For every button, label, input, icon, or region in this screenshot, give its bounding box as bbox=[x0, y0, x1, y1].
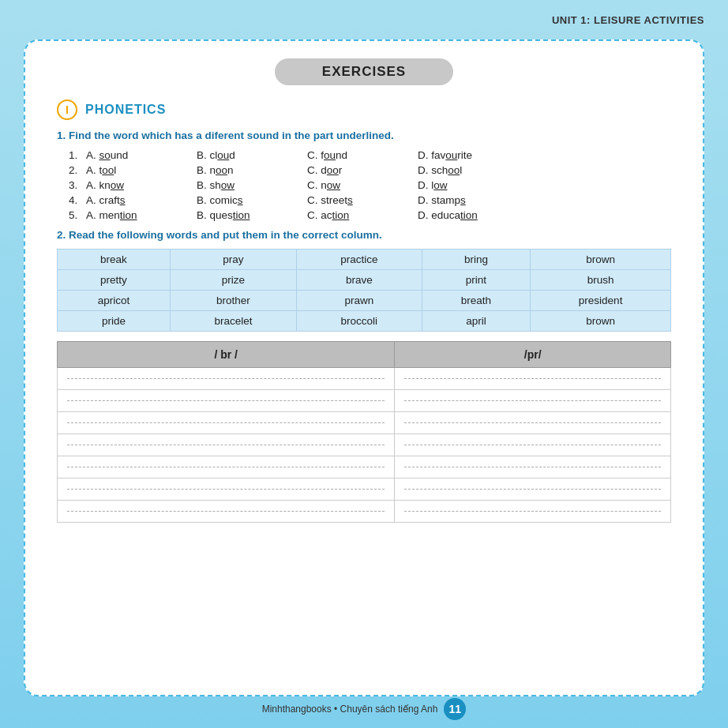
word-bank-row-3: apricot brother prawn breath president bbox=[58, 291, 671, 311]
word-bank-table: break pray practice bring brown pretty p… bbox=[57, 249, 671, 332]
page-footer: Minhthangbooks • Chuyên sách tiếng Anh 1… bbox=[0, 698, 728, 720]
phonetics-item-3: 3. A. know B. show C. now D. low bbox=[69, 179, 671, 191]
answer-row bbox=[58, 434, 671, 456]
section-header: I PHONETICS bbox=[57, 99, 671, 120]
page-number: 11 bbox=[444, 698, 466, 720]
answer-row bbox=[58, 501, 671, 523]
word-bank-cell: brown bbox=[531, 250, 671, 270]
answer-table: / br / /pr/ bbox=[57, 341, 671, 523]
section-number-circle: I bbox=[57, 99, 77, 120]
word-bank-cell: pride bbox=[58, 311, 171, 332]
phonetics-list: 1. A. sound B. cloud C. found D. favouri… bbox=[69, 149, 671, 221]
phonetics-item-1: 1. A. sound B. cloud C. found D. favouri… bbox=[69, 149, 671, 161]
section-title: PHONETICS bbox=[85, 103, 166, 117]
answer-table-header-pr: /pr/ bbox=[395, 342, 671, 368]
word-bank-row-2: pretty prize brave print brush bbox=[58, 270, 671, 291]
phonetics-item-2: 2. A. tool B. noon C. door D. school bbox=[69, 164, 671, 176]
word-bank-cell: bring bbox=[422, 250, 531, 270]
word-bank-cell: practice bbox=[297, 250, 422, 270]
word-bank-cell: apricot bbox=[58, 291, 171, 311]
unit-label: UNIT 1: LEISURE ACTIVITIES bbox=[552, 14, 704, 26]
answer-table-header-br: / br / bbox=[58, 342, 395, 368]
word-bank-cell: brown bbox=[531, 311, 671, 332]
footer-text: Minhthangbooks • Chuyên sách tiếng Anh bbox=[262, 704, 438, 715]
question2-title: 2. Read the following words and put them… bbox=[57, 229, 671, 241]
main-content-box: EXERCISES I PHONETICS 1. Find the word w… bbox=[24, 39, 704, 696]
word-bank-cell: pray bbox=[170, 250, 296, 270]
word-bank-cell: breath bbox=[422, 291, 531, 311]
word-bank-cell: print bbox=[422, 270, 531, 291]
word-bank-cell: bracelet bbox=[170, 311, 296, 332]
answer-row bbox=[58, 478, 671, 501]
word-bank-cell: april bbox=[422, 311, 531, 332]
word-bank-cell: brother bbox=[170, 291, 296, 311]
question1-title: 1. Find the word which has a diferent so… bbox=[57, 129, 671, 141]
word-bank-cell: brush bbox=[531, 270, 671, 291]
word-bank-cell: prawn bbox=[297, 291, 422, 311]
phonetics-item-5: 5. A. mention B. question C. action D. e… bbox=[69, 209, 671, 221]
answer-row bbox=[58, 412, 671, 434]
word-bank-cell: break bbox=[58, 250, 171, 270]
exercises-title-bar: EXERCISES bbox=[275, 58, 453, 85]
word-bank-cell: brave bbox=[297, 270, 422, 291]
word-bank-cell: pretty bbox=[58, 270, 171, 291]
word-bank-row-1: break pray practice bring brown bbox=[58, 250, 671, 270]
word-bank-cell: broccoli bbox=[297, 311, 422, 332]
answer-row bbox=[58, 368, 671, 390]
word-bank-cell: president bbox=[531, 291, 671, 311]
answer-row bbox=[58, 390, 671, 412]
answer-row bbox=[58, 456, 671, 478]
exercises-title-wrap: EXERCISES bbox=[57, 58, 671, 85]
word-bank-row-4: pride bracelet broccoli april brown bbox=[58, 311, 671, 332]
phonetics-item-4: 4. A. crafts B. comics C. streets D. sta… bbox=[69, 194, 671, 206]
word-bank-cell: prize bbox=[170, 270, 296, 291]
